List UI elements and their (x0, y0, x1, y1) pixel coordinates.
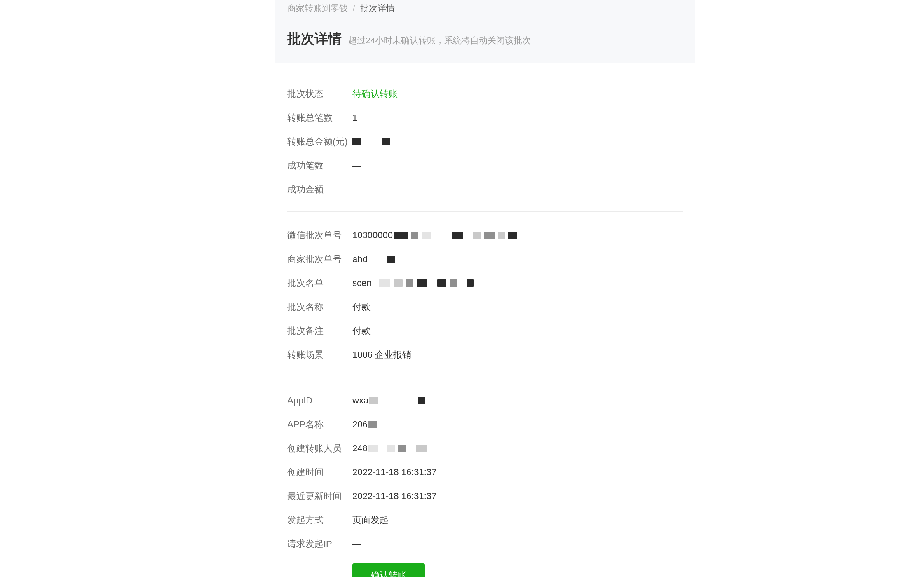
row-app-name: APP名称 206 (287, 413, 683, 436)
app-id-prefix: wxa (352, 395, 368, 406)
label-transfer-scene: 转账场景 (287, 349, 352, 361)
row-initiate-method: 发起方式 页面发起 (287, 508, 683, 532)
mch-batch-no-prefix: ahd (352, 254, 368, 265)
label-mch-batch-no: 商家批次单号 (287, 253, 352, 265)
batch-list-prefix: scen (352, 278, 371, 288)
value-success-count: — (352, 160, 361, 171)
action-area: 确认转账 确认转账后，款项将直接进入到用户的微信零钱，无法取消，请谨慎操作。 (287, 563, 683, 577)
value-total-count: 1 (352, 113, 357, 123)
wx-batch-no-prefix: 10300000 (352, 230, 393, 241)
redacted-wx-batch-no (394, 232, 517, 239)
row-batch-status: 批次状态 待确认转账 (287, 82, 683, 106)
redacted-batch-list (372, 279, 474, 287)
row-wx-batch-no: 微信批次单号 10300000 (287, 223, 683, 247)
section-summary: 批次状态 待确认转账 转账总笔数 1 转账总金额(元) (287, 75, 683, 209)
value-create-time: 2022-11-18 16:31:37 (352, 467, 436, 478)
label-success-amount: 成功金额 (287, 183, 352, 196)
row-request-ip: 请求发起IP — (287, 532, 683, 556)
label-creator: 创建转账人员 (287, 442, 352, 455)
breadcrumb-separator: / (353, 3, 355, 13)
label-batch-name: 批次名称 (287, 301, 352, 313)
label-total-amount: 转账总金额(元) (287, 136, 352, 148)
row-app-id: AppID wxa (287, 389, 683, 413)
breadcrumb: 商家转账到零钱 / 批次详情 (275, 0, 695, 21)
value-batch-name: 付款 (352, 301, 371, 313)
value-batch-status: 待确认转账 (352, 88, 398, 100)
page-title: 批次详情 (287, 30, 342, 48)
value-creator: 248 (352, 443, 427, 454)
label-success-count: 成功笔数 (287, 159, 352, 172)
redacted-app-name (368, 421, 377, 428)
value-app-name: 206 (352, 419, 377, 430)
label-wx-batch-no: 微信批次单号 (287, 229, 352, 242)
value-app-id: wxa (352, 395, 425, 406)
label-request-ip: 请求发起IP (287, 538, 352, 550)
section-batch-info: 微信批次单号 10300000 (287, 211, 683, 374)
row-transfer-scene: 转账场景 1006 企业报销 (287, 343, 683, 367)
row-success-amount: 成功金额 — (287, 178, 683, 202)
label-batch-remark: 批次备注 (287, 325, 352, 337)
row-create-time: 创建时间 2022-11-18 16:31:37 (287, 460, 683, 484)
value-batch-list: scen (352, 278, 474, 288)
label-update-time: 最近更新时间 (287, 490, 352, 502)
page-subtitle: 超过24小时未确认转账，系统将自动关闭该批次 (348, 35, 531, 46)
row-success-count: 成功笔数 — (287, 154, 683, 178)
row-total-count: 转账总笔数 1 (287, 106, 683, 130)
row-total-amount: 转账总金额(元) (287, 130, 683, 154)
redacted-creator (368, 445, 427, 452)
label-batch-status: 批次状态 (287, 88, 352, 100)
label-app-id: AppID (287, 395, 352, 406)
breadcrumb-current: 批次详情 (360, 3, 395, 13)
value-batch-remark: 付款 (352, 325, 371, 337)
value-transfer-scene: 1006 企业报销 (352, 349, 411, 361)
value-initiate-method: 页面发起 (352, 514, 389, 526)
value-wx-batch-no: 10300000 (352, 230, 517, 241)
row-batch-name: 批次名称 付款 (287, 295, 683, 319)
redacted-total-amount (352, 138, 390, 145)
redacted-app-id (369, 397, 425, 404)
page-header: 批次详情 超过24小时未确认转账，系统将自动关闭该批次 (275, 21, 695, 63)
breadcrumb-parent-link[interactable]: 商家转账到零钱 (287, 3, 348, 13)
label-batch-list: 批次名单 (287, 277, 352, 289)
redacted-mch-batch-no (368, 256, 395, 263)
value-success-amount: — (352, 184, 361, 195)
creator-prefix: 248 (352, 443, 368, 454)
value-update-time: 2022-11-18 16:31:37 (352, 491, 436, 502)
value-mch-batch-no: ahd (352, 254, 395, 265)
row-creator: 创建转账人员 248 (287, 436, 683, 460)
row-batch-remark: 批次备注 付款 (287, 319, 683, 343)
label-initiate-method: 发起方式 (287, 514, 352, 526)
section-app-info: AppID wxa APP名称 206 (287, 377, 683, 577)
confirm-transfer-button[interactable]: 确认转账 (352, 563, 425, 577)
value-request-ip: — (352, 539, 361, 549)
row-update-time: 最近更新时间 2022-11-18 16:31:37 (287, 484, 683, 508)
row-batch-list: 批次名单 scen (287, 271, 683, 295)
label-app-name: APP名称 (287, 418, 352, 431)
value-total-amount (352, 138, 390, 145)
row-mch-batch-no: 商家批次单号 ahd (287, 247, 683, 271)
label-total-count: 转账总笔数 (287, 112, 352, 124)
label-create-time: 创建时间 (287, 466, 352, 478)
app-name-prefix: 206 (352, 419, 368, 430)
